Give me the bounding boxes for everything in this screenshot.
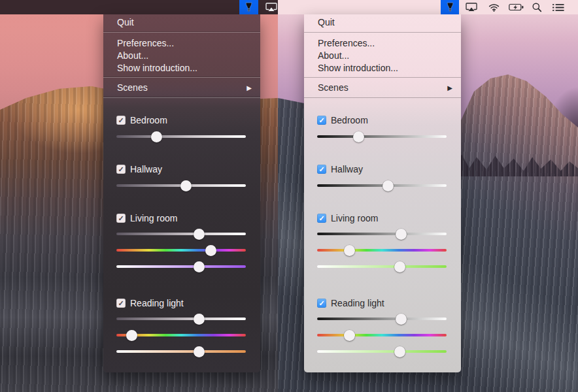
light-reading-light-hue-slider[interactable] xyxy=(317,334,447,336)
light-label-light-reading-light: Reading light xyxy=(331,298,384,308)
dark-reading-light-saturation-slider[interactable] xyxy=(116,350,246,353)
light-label-light-bedroom: Bedroom xyxy=(331,115,368,125)
dark-living-room-hue-knob[interactable] xyxy=(205,245,216,256)
wifi-glyph xyxy=(488,3,500,12)
checkmark-icon: ✓ xyxy=(318,214,324,223)
light-bedroom-brightness-slider[interactable] xyxy=(317,135,447,138)
hue-menubar-icon[interactable] xyxy=(239,0,258,14)
light-row-dark-bedroom: ✓Bedroom xyxy=(116,114,167,126)
light-living-room-saturation-slider[interactable] xyxy=(317,265,447,268)
light-reading-light-hue-knob[interactable] xyxy=(344,330,355,341)
light-hallway-brightness-slider[interactable] xyxy=(317,184,447,187)
hue-menu-dark: Quit Preferences... About... Show introd… xyxy=(103,14,260,372)
hue-bulb-icon xyxy=(244,2,254,12)
hue-menu-light: Quit Preferences... About... Show introd… xyxy=(304,14,461,372)
checkbox-light-living-room[interactable]: ✓ xyxy=(317,214,326,223)
dark-living-room-brightness-slider[interactable] xyxy=(116,233,246,235)
light-label-dark-bedroom: Bedroom xyxy=(130,115,167,125)
search-icon[interactable] xyxy=(528,0,545,14)
light-reading-light-saturation-slider[interactable] xyxy=(317,350,447,353)
light-living-room-brightness-slider[interactable] xyxy=(317,233,447,235)
light-living-room-saturation-knob[interactable] xyxy=(394,261,405,272)
checkmark-icon: ✓ xyxy=(318,116,324,125)
desktop: Quit Preferences... About... Show introd… xyxy=(0,0,578,392)
light-row-dark-hallway: ✓Hallway xyxy=(116,163,162,175)
checkmark-icon: ✓ xyxy=(118,165,124,174)
airplay-glyph xyxy=(466,3,477,12)
checkbox-dark-hallway[interactable]: ✓ xyxy=(116,165,126,174)
wifi-icon[interactable] xyxy=(484,0,503,14)
light-row-light-reading-light: ✓Reading light xyxy=(317,297,384,309)
light-reading-light-brightness-slider[interactable] xyxy=(317,318,447,320)
checkbox-dark-reading-light[interactable]: ✓ xyxy=(116,299,126,308)
dark-reading-light-saturation-knob[interactable] xyxy=(194,346,205,357)
dark-bedroom-brightness-slider[interactable] xyxy=(116,135,246,138)
light-bedroom-brightness-knob[interactable] xyxy=(353,131,364,142)
checkmark-icon: ✓ xyxy=(118,214,124,223)
magnifier-glyph xyxy=(532,2,542,12)
checkmark-icon: ✓ xyxy=(118,299,124,308)
airplay-glyph xyxy=(265,3,277,12)
menubar-light xyxy=(278,0,578,14)
lights-list: ✓Bedroom✓Hallway✓Living room✓Reading lig… xyxy=(304,14,461,372)
menubar-dark xyxy=(0,0,278,14)
checkmark-icon: ✓ xyxy=(118,116,124,125)
checkmark-icon: ✓ xyxy=(318,299,324,308)
dark-reading-light-brightness-knob[interactable] xyxy=(194,314,205,325)
light-label-light-hallway: Hallway xyxy=(331,164,363,174)
hue-bulb-icon xyxy=(445,2,455,12)
light-living-room-hue-knob[interactable] xyxy=(344,245,355,256)
light-row-light-hallway: ✓Hallway xyxy=(317,163,363,175)
light-row-dark-reading-light: ✓Reading light xyxy=(116,297,184,309)
checkbox-light-bedroom[interactable]: ✓ xyxy=(317,116,326,125)
light-label-dark-living-room: Living room xyxy=(130,213,177,223)
light-reading-light-brightness-knob[interactable] xyxy=(396,314,407,325)
checkmark-icon: ✓ xyxy=(318,165,324,174)
checkbox-dark-bedroom[interactable]: ✓ xyxy=(116,116,126,125)
dark-reading-light-brightness-slider[interactable] xyxy=(116,318,246,320)
light-row-light-bedroom: ✓Bedroom xyxy=(317,114,368,126)
light-row-light-living-room: ✓Living room xyxy=(317,212,378,224)
battery-glyph xyxy=(509,3,524,11)
notification-list-icon[interactable] xyxy=(549,0,568,14)
airplay-icon[interactable] xyxy=(262,0,278,14)
checkbox-dark-living-room[interactable]: ✓ xyxy=(116,214,126,223)
dark-living-room-hue-slider[interactable] xyxy=(116,249,246,252)
dark-hallway-brightness-knob[interactable] xyxy=(180,180,192,191)
light-label-light-living-room: Living room xyxy=(331,213,378,223)
hue-menubar-icon[interactable] xyxy=(441,0,459,14)
light-living-room-hue-slider[interactable] xyxy=(317,249,447,252)
light-label-dark-hallway: Hallway xyxy=(130,164,162,174)
light-living-room-brightness-knob[interactable] xyxy=(396,229,407,240)
light-hallway-brightness-knob[interactable] xyxy=(382,180,394,191)
light-reading-light-saturation-knob[interactable] xyxy=(394,346,405,357)
lights-list: ✓Bedroom✓Hallway✓Living room✓Reading lig… xyxy=(103,14,260,372)
checkbox-light-reading-light[interactable]: ✓ xyxy=(317,299,326,308)
checkbox-light-hallway[interactable]: ✓ xyxy=(317,165,326,174)
dark-bedroom-brightness-knob[interactable] xyxy=(151,131,162,142)
list-glyph xyxy=(552,3,564,12)
airplay-icon[interactable] xyxy=(462,0,481,14)
light-row-dark-living-room: ✓Living room xyxy=(116,212,177,224)
dark-living-room-saturation-slider[interactable] xyxy=(116,265,246,268)
battery-charging-icon[interactable] xyxy=(505,0,526,14)
light-label-dark-reading-light: Reading light xyxy=(130,298,184,308)
dark-living-room-saturation-knob[interactable] xyxy=(194,261,205,272)
dark-living-room-brightness-knob[interactable] xyxy=(194,229,205,240)
dark-reading-light-hue-knob[interactable] xyxy=(126,330,137,341)
